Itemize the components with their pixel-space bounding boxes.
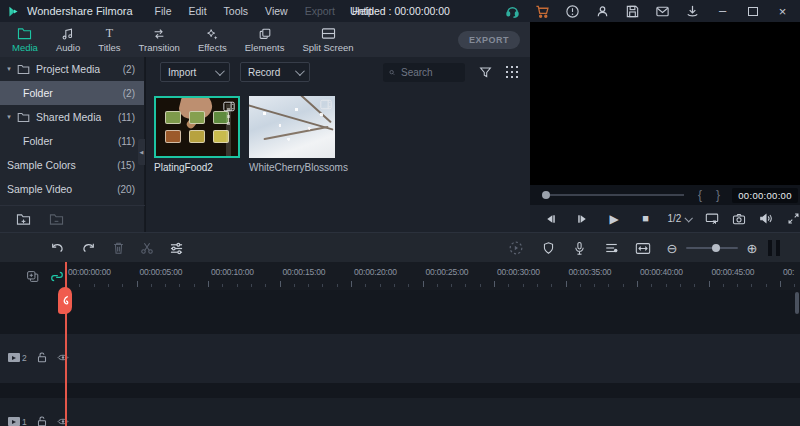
sidebar-item-folder-shared[interactable]: Folder (11) <box>0 129 144 153</box>
account-icon[interactable] <box>595 4 610 19</box>
timeline-zoom-slider[interactable] <box>686 247 738 249</box>
media-panel: Import Record <box>146 57 530 232</box>
lock-track-icon[interactable] <box>37 416 47 426</box>
music-notes-icon <box>61 26 75 41</box>
mail-icon[interactable] <box>655 4 670 19</box>
menu-file[interactable]: File <box>155 5 172 17</box>
delete-folder-icon[interactable] <box>49 213 64 226</box>
timeline-scrollbar[interactable] <box>795 292 799 314</box>
menu-view[interactable]: View <box>265 5 288 17</box>
marker-shield-icon[interactable] <box>540 240 556 256</box>
tab-transition[interactable]: Transition <box>139 26 180 57</box>
caret-down-icon[interactable]: ▾ <box>4 113 14 121</box>
playhead-handle[interactable] <box>58 287 72 314</box>
scrubber-handle[interactable] <box>542 191 550 199</box>
timeline-toolbar: ⊖ ⊕ <box>0 232 800 262</box>
menu-tools[interactable]: Tools <box>224 5 249 17</box>
zoom-out-icon[interactable]: ⊖ <box>664 240 680 256</box>
split-scissors-icon[interactable] <box>139 240 155 256</box>
toggle-visibility-eye-icon[interactable] <box>57 417 69 426</box>
video-viewport[interactable] <box>530 22 800 185</box>
record-dropdown[interactable]: Record <box>240 62 310 82</box>
close-button[interactable]: × <box>775 4 790 19</box>
headset-support-icon[interactable] <box>505 4 520 19</box>
redo-icon[interactable] <box>80 240 96 256</box>
grid-view-icon[interactable] <box>506 66 518 78</box>
media-library-sidebar: ▾ Project Media (2) Folder (2) ▾ Shared … <box>0 57 145 232</box>
sidebar-collapse-handle[interactable]: ◀ <box>138 139 145 165</box>
search-box[interactable] <box>383 63 465 82</box>
previous-frame-button[interactable] <box>544 212 558 226</box>
zoom-slider-handle[interactable] <box>712 244 720 252</box>
paste-clip-icon[interactable] <box>26 270 39 283</box>
mark-out-icon[interactable]: } <box>716 188 720 202</box>
tab-media[interactable]: Media <box>12 26 38 57</box>
menu-edit[interactable]: Edit <box>188 5 206 17</box>
volume-speaker-icon[interactable] <box>759 212 773 226</box>
cart-icon[interactable] <box>535 4 550 19</box>
titlebar-icons: – × <box>505 4 800 19</box>
video-track-2[interactable]: 2 <box>0 334 800 383</box>
info-icon[interactable] <box>565 4 580 19</box>
ruler-timecode-label: 00:00:35:00 <box>569 267 612 277</box>
filter-funnel-icon[interactable] <box>479 66 492 79</box>
timeline-panel: 00:00:00:0000:00:05:0000:00:10:0000:00:1… <box>0 262 800 426</box>
delete-trash-icon[interactable] <box>110 240 126 256</box>
video-track-1[interactable]: 1 <box>0 398 800 426</box>
render-preview-icon[interactable] <box>508 240 524 256</box>
project-title: Untitled : 00:00:00:00 <box>350 5 450 17</box>
scrubber-track[interactable] <box>550 194 684 196</box>
undo-icon[interactable] <box>49 240 65 256</box>
adjust-settings-icon[interactable] <box>168 240 184 256</box>
caret-down-icon[interactable]: ▾ <box>4 65 14 73</box>
ruler-timecode-label: 00:00:15:00 <box>283 267 326 277</box>
playback-speed-dropdown[interactable]: 1/2 <box>668 213 692 224</box>
export-button[interactable]: EXPORT <box>458 31 520 49</box>
menu-export: Export <box>305 5 335 17</box>
next-frame-button[interactable] <box>576 212 590 226</box>
media-item[interactable]: WhiteCherryBlossoms <box>249 96 335 173</box>
timeline-ruler[interactable]: 00:00:00:0000:00:05:0000:00:10:0000:00:1… <box>0 262 800 290</box>
tab-elements[interactable]: Elements <box>245 26 285 57</box>
import-dropdown[interactable]: Import <box>160 62 230 82</box>
sidebar-item-sample-colors[interactable]: Sample Colors (15) <box>0 153 144 177</box>
preview-timecode: 00:00:00:00 <box>732 188 798 203</box>
sidebar-item-folder-project[interactable]: Folder (2) <box>0 81 144 105</box>
fullscreen-expand-icon[interactable] <box>786 212 800 226</box>
chevron-down-icon <box>295 66 305 76</box>
audio-mixer-icon[interactable] <box>603 240 619 256</box>
maximize-button[interactable] <box>745 4 760 19</box>
tab-split-screen[interactable]: Split Screen <box>302 26 353 57</box>
sidebar-item-sample-video[interactable]: Sample Video (20) <box>0 177 144 201</box>
zoom-in-icon[interactable]: ⊕ <box>744 240 760 256</box>
voiceover-mic-icon[interactable] <box>571 240 587 256</box>
sidebar-item-shared-media[interactable]: ▾ Shared Media (11) <box>0 105 144 129</box>
fit-timeline-zoom-icon[interactable] <box>635 240 651 256</box>
tab-audio[interactable]: Audio <box>56 26 80 57</box>
download-icon[interactable] <box>685 4 700 19</box>
ruler-timecode-label: 00: <box>783 267 794 277</box>
thumbnail-whitecherryblossoms[interactable] <box>249 96 335 158</box>
split-screen-icon <box>321 26 336 41</box>
new-folder-icon[interactable] <box>16 213 31 226</box>
mirror-display-icon[interactable] <box>705 212 719 226</box>
ruler-timecode-label: 00:00:25:00 <box>426 267 469 277</box>
chevron-down-icon <box>215 66 225 76</box>
thumbnail-platingfood2[interactable] <box>154 96 240 158</box>
auto-ripple-magnet-icon[interactable] <box>50 270 64 283</box>
media-item[interactable]: PlatingFood2 <box>154 96 240 173</box>
lock-track-icon[interactable] <box>37 352 47 363</box>
snapshot-camera-icon[interactable] <box>732 212 746 226</box>
tab-effects[interactable]: Effects <box>198 26 227 57</box>
toggle-visibility-eye-icon[interactable] <box>57 353 69 362</box>
tab-titles[interactable]: T Titles <box>98 26 120 57</box>
mark-in-icon[interactable]: { <box>698 188 702 202</box>
sidebar-item-project-media[interactable]: ▾ Project Media (2) <box>0 57 144 81</box>
sidebar-footer-toolbar <box>0 205 145 232</box>
minimize-button[interactable]: – <box>715 4 730 19</box>
search-input[interactable] <box>399 66 459 79</box>
stop-button[interactable]: ■ <box>639 212 653 226</box>
timeline-empty-row[interactable] <box>0 290 800 334</box>
play-button[interactable]: ▶ <box>607 212 621 226</box>
save-icon[interactable] <box>625 4 640 19</box>
